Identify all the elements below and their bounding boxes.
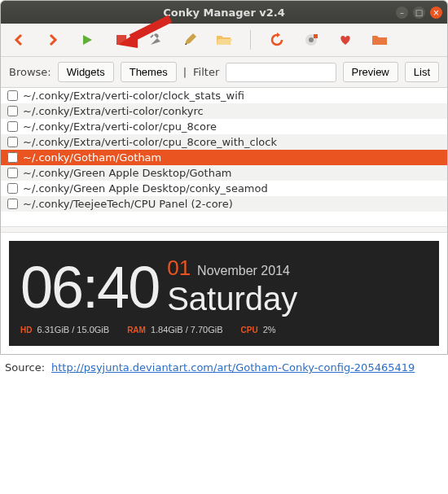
prev-button[interactable] bbox=[9, 30, 29, 50]
folder-open-icon bbox=[216, 33, 232, 46]
titlebar: Conky Manager v2.4 – □ × bbox=[1, 1, 447, 24]
donate-button[interactable] bbox=[336, 30, 355, 50]
list-row[interactable]: ~/.conky/TeejeeTech/CPU Panel (2-core) bbox=[1, 196, 447, 212]
ram-label: RAM bbox=[127, 326, 146, 334]
svg-point-2 bbox=[309, 37, 314, 42]
folder-icon bbox=[371, 33, 388, 46]
chevron-left-icon bbox=[12, 33, 25, 46]
row-checkbox[interactable] bbox=[7, 121, 18, 132]
hd-label: HD bbox=[20, 326, 32, 334]
cpu-label: CPU bbox=[241, 326, 258, 334]
chevron-right-icon bbox=[46, 33, 59, 46]
row-path: ~/.conky/Green Apple Desktop/Gotham bbox=[23, 167, 232, 179]
minimize-button[interactable]: – bbox=[396, 7, 408, 19]
source-link[interactable]: http://psyjunta.deviantart.com/art/Gotha… bbox=[51, 361, 415, 374]
refresh-icon bbox=[270, 33, 284, 47]
list-row[interactable]: ~/.conky/Extra/verti-color/conkyrc bbox=[1, 103, 447, 119]
day-number: 01 bbox=[167, 256, 191, 281]
cpu-value: 2% bbox=[263, 325, 276, 334]
themes-button[interactable]: Themes bbox=[121, 62, 177, 82]
day-name: Saturday bbox=[167, 281, 297, 317]
row-checkbox[interactable] bbox=[7, 168, 18, 178]
row-path: ~/.conky/Extra/verti-color/cpu_8core bbox=[23, 120, 217, 133]
divider bbox=[1, 226, 447, 233]
svg-rect-3 bbox=[314, 34, 318, 38]
filter-bar: Browse: Widgets Themes | Filter Preview … bbox=[1, 57, 447, 88]
list-row[interactable]: ~/.conky/Gotham/Gotham bbox=[1, 150, 447, 165]
clock-time: 06:40 bbox=[20, 258, 159, 317]
hd-stat: HD6.31GiB / 15.0GiB bbox=[20, 325, 109, 334]
list-row[interactable]: ~/.conky/Green Apple Desktop/conky_seamo… bbox=[1, 181, 447, 196]
about-button[interactable] bbox=[370, 30, 389, 50]
row-path: ~/.conky/Extra/verti-color/cpu_8core_wit… bbox=[23, 136, 277, 148]
row-checkbox[interactable] bbox=[7, 137, 18, 147]
list-row[interactable]: ~/.conky/Extra/verti-color/cpu_8core_wit… bbox=[1, 134, 447, 150]
row-checkbox[interactable] bbox=[7, 183, 18, 194]
list-row[interactable]: ~/.conky/Green Apple Desktop/Gotham bbox=[1, 165, 447, 181]
list-row[interactable]: ~/.conky/Extra/verti-color/cpu_8core bbox=[1, 119, 447, 134]
maximize-button[interactable]: □ bbox=[413, 7, 425, 19]
row-checkbox[interactable] bbox=[7, 199, 18, 209]
heart-icon bbox=[338, 33, 353, 47]
gear-icon bbox=[304, 33, 318, 47]
row-checkbox[interactable] bbox=[7, 106, 18, 116]
row-path: ~/.conky/Extra/verti-color/conkyrc bbox=[23, 105, 204, 117]
play-button[interactable] bbox=[77, 30, 97, 50]
month-year: November 2014 bbox=[197, 264, 290, 278]
separator bbox=[250, 30, 251, 50]
list-row[interactable]: ~/.conky/Extra/verti-color/clock_stats_w… bbox=[1, 88, 447, 103]
preview-pane: 06:40 01 November 2014 Saturday HD6.31Gi… bbox=[1, 233, 447, 354]
source-label: Source: bbox=[5, 361, 45, 374]
pencil-icon bbox=[183, 33, 196, 46]
widget-list[interactable]: ~/.conky/Extra/verti-color/clock_stats_w… bbox=[1, 88, 447, 226]
settings-button[interactable] bbox=[301, 30, 321, 50]
hd-value: 6.31GiB / 15.0GiB bbox=[37, 325, 109, 334]
edit-button[interactable] bbox=[180, 30, 200, 50]
preview-button[interactable]: Preview bbox=[343, 62, 398, 82]
window-title: Conky Manager v2.4 bbox=[163, 7, 285, 19]
toolbar bbox=[1, 24, 447, 57]
browse-label: Browse: bbox=[9, 66, 51, 78]
row-checkbox[interactable] bbox=[7, 90, 18, 101]
close-button[interactable]: × bbox=[430, 7, 442, 19]
play-icon bbox=[81, 33, 94, 46]
row-path: ~/.conky/Gotham/Gotham bbox=[23, 151, 161, 164]
filter-input[interactable] bbox=[226, 63, 336, 82]
annotation-arrow bbox=[115, 14, 172, 53]
widgets-button[interactable]: Widgets bbox=[58, 62, 114, 82]
browse-button[interactable] bbox=[214, 30, 234, 50]
filter-label: Filter bbox=[193, 66, 219, 78]
ram-stat: RAM1.84GiB / 7.70GiB bbox=[127, 325, 222, 334]
cpu-stat: CPU2% bbox=[241, 325, 276, 334]
row-path: ~/.conky/Green Apple Desktop/conky_seamo… bbox=[23, 182, 268, 195]
ram-value: 1.84GiB / 7.70GiB bbox=[151, 325, 223, 334]
footer: Source: http://psyjunta.deviantart.com/a… bbox=[0, 355, 448, 380]
row-checkbox[interactable] bbox=[7, 152, 18, 163]
refresh-button[interactable] bbox=[267, 30, 287, 50]
list-button[interactable]: List bbox=[405, 62, 439, 82]
next-button[interactable] bbox=[43, 30, 63, 50]
row-path: ~/.conky/Extra/verti-color/clock_stats_w… bbox=[23, 90, 244, 102]
separator-pipe: | bbox=[183, 66, 187, 78]
row-path: ~/.conky/TeejeeTech/CPU Panel (2-core) bbox=[23, 198, 233, 210]
gotham-preview: 06:40 01 November 2014 Saturday HD6.31Gi… bbox=[9, 241, 439, 346]
